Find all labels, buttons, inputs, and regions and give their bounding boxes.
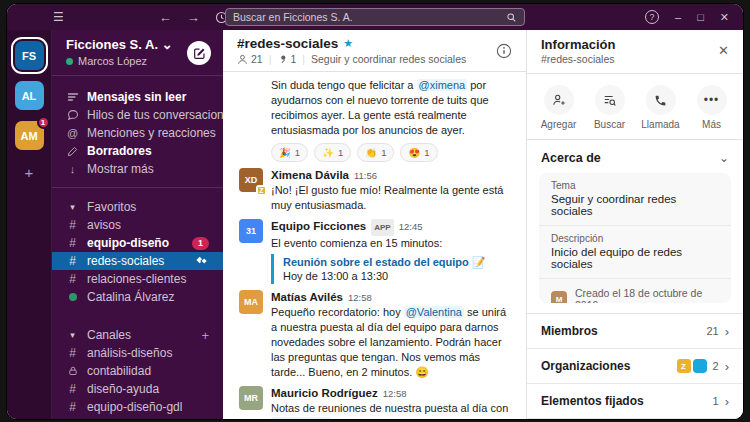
- channels-section-header[interactable]: ▾ Canales +: [52, 326, 223, 344]
- members-row[interactable]: Miembros 21 ›: [527, 314, 743, 349]
- mention[interactable]: @Valentina: [271, 417, 331, 419]
- mention[interactable]: @Valentina: [404, 306, 464, 318]
- panel-subtitle: #redes-sociales: [541, 53, 729, 65]
- message-author[interactable]: Equipo Ficciones: [271, 219, 366, 234]
- star-icon[interactable]: ★: [343, 37, 353, 50]
- reaction-sparkles[interactable]: ✨ 1: [314, 143, 351, 162]
- panel-header: Información #redes-sociales ✕: [527, 30, 743, 74]
- sidebar-item-equipo-diseno[interactable]: # equipo-diseño 1: [52, 234, 223, 252]
- avatar[interactable]: XD Z: [239, 168, 263, 192]
- menu-icon[interactable]: ☰: [53, 10, 64, 24]
- message: Sin duda tengo que felicitar a @ximena p…: [239, 78, 510, 162]
- close-panel-button[interactable]: ✕: [718, 43, 729, 58]
- chevron-right-icon: ›: [725, 359, 729, 374]
- panel-actions: Agregar Buscar Llamada ••• Más: [527, 74, 743, 140]
- favorites-section-header[interactable]: ▾ Favoritos: [52, 198, 223, 216]
- caret-down-icon: ▾: [66, 330, 79, 340]
- message-text: ¡No! ¡El gusto fue mío! Realmente la gen…: [271, 183, 510, 213]
- sidebar-item-unreads[interactable]: Mensajes sin leer: [52, 88, 223, 106]
- sidebar-item-avisos[interactable]: # avisos: [52, 216, 223, 234]
- workspace-switcher-fs[interactable]: FS: [15, 41, 44, 70]
- channel-topic[interactable]: Seguir y coordinar redes sociales: [311, 53, 466, 65]
- message-list: Sin duda tengo que felicitar a @ximena p…: [223, 72, 526, 419]
- message-author[interactable]: Mauricio Rodríguez: [271, 386, 378, 401]
- sidebar-item-threads[interactable]: Hilos de tus conversaciones: [52, 106, 223, 124]
- search-placeholder: Buscar en Ficciones S. A.: [233, 11, 353, 23]
- channel-title[interactable]: #redes-sociales: [237, 36, 338, 51]
- event-link[interactable]: Reunión sobre el estado del equipo 📝: [283, 255, 510, 269]
- add-workspace-button[interactable]: +: [25, 164, 34, 181]
- more-actions-button[interactable]: ••• Más: [686, 85, 737, 130]
- topic-row[interactable]: Tema Seguir y coordinar redes sociales: [539, 173, 731, 226]
- message-author[interactable]: Matías Avilés: [271, 290, 343, 305]
- search-input[interactable]: Buscar en Ficciones S. A.: [225, 8, 525, 26]
- calendar-app-avatar[interactable]: 31: [239, 219, 263, 243]
- workspace-name: Ficciones S. A.: [66, 37, 158, 52]
- threads-bubble-icon: [66, 109, 79, 121]
- hash-icon: #: [66, 382, 79, 396]
- message-pane: #redes-sociales ★ 21 | 1 | Seguir y coor…: [223, 30, 526, 419]
- mention[interactable]: @ximena: [417, 79, 468, 91]
- organizations-count: 2: [713, 360, 719, 372]
- sidebar-item-analisis-disenos[interactable]: # análisis-diseños: [52, 344, 223, 362]
- history-back-button[interactable]: ←: [159, 10, 172, 25]
- sidebar-item-show-more[interactable]: ↓ Mostrar más: [52, 160, 223, 178]
- chevron-down-icon: ⌄: [719, 151, 729, 165]
- message-author[interactable]: Ximena Dávila: [271, 168, 349, 183]
- sidebar-item-redes-sociales[interactable]: # redes-sociales: [52, 252, 223, 270]
- search-channel-button[interactable]: Buscar: [584, 85, 635, 130]
- title-bar: ☰ ← → Buscar en Ficciones S. A. ? – □ ✕: [7, 4, 743, 30]
- add-people-button[interactable]: Agregar: [533, 85, 584, 130]
- reaction-heart-eyes[interactable]: 😍 1: [400, 143, 437, 162]
- at-icon: @: [66, 127, 79, 139]
- hash-icon: #: [66, 236, 79, 250]
- maximize-button[interactable]: □: [697, 11, 704, 23]
- close-button[interactable]: ✕: [720, 11, 729, 24]
- shared-channel-icon: [195, 256, 209, 266]
- sidebar-item-rp-y-medios[interactable]: # rp-y-medios: [52, 416, 223, 419]
- org-badge-blue: [693, 359, 707, 373]
- sidebar-item-contabilidad[interactable]: contabilidad: [52, 362, 223, 380]
- channel-info-button[interactable]: [496, 43, 512, 59]
- minimize-button[interactable]: –: [675, 11, 681, 23]
- call-button[interactable]: Llamada: [635, 85, 686, 130]
- sidebar-item-equipo-diseno-gdl[interactable]: # equipo-diseño-gdl: [52, 398, 223, 416]
- created-text: Creado el 18 de octubre de 2019: [575, 287, 719, 303]
- member-count[interactable]: 21: [237, 53, 263, 65]
- message-time: 12:45: [399, 219, 423, 234]
- sidebar-item-mentions[interactable]: @ Menciones y reacciones: [52, 124, 223, 142]
- avatar[interactable]: MR: [239, 386, 263, 410]
- created-row: M Creado el 18 de octubre de 2019: [539, 279, 731, 303]
- sidebar-item-catalina-alvarez[interactable]: Catalina Álvarez: [52, 288, 223, 306]
- workspace-switcher-al[interactable]: AL: [15, 81, 44, 110]
- help-button[interactable]: ?: [645, 10, 659, 24]
- current-user-name: Marcos López: [78, 55, 147, 67]
- workspace-switcher-am[interactable]: AM 1: [15, 121, 44, 150]
- sidebar-item-diseno-ayuda[interactable]: # diseño-ayuda: [52, 380, 223, 398]
- sidebar: Ficciones S. A. ⌄ Marcos López Mensajes …: [52, 30, 223, 419]
- compose-button[interactable]: [187, 41, 211, 65]
- hash-icon: #: [66, 400, 79, 414]
- pinned-count[interactable]: 1: [277, 53, 296, 65]
- avatar[interactable]: MA: [239, 290, 263, 314]
- presence-icon: [66, 58, 73, 65]
- creator-avatar: M: [551, 291, 567, 303]
- chevron-down-icon: ⌄: [162, 37, 173, 52]
- add-channel-button[interactable]: +: [201, 328, 209, 343]
- pinned-items-row[interactable]: Elementos fijados 1 ›: [527, 384, 743, 419]
- org-badge-icon: Z: [256, 185, 267, 196]
- description-row[interactable]: Descripción Inicio del equipo de redes s…: [539, 226, 731, 279]
- history-forward-button[interactable]: →: [187, 10, 200, 25]
- organizations-row[interactable]: Organizaciones Z 2 ›: [527, 349, 743, 384]
- reaction-clap[interactable]: 👏 1: [357, 143, 394, 162]
- hash-icon: #: [66, 272, 79, 286]
- reaction-tada[interactable]: 🎉 1: [271, 143, 308, 162]
- sidebar-item-relaciones-clientes[interactable]: # relaciones-clientes: [52, 270, 223, 288]
- workspace-header[interactable]: Ficciones S. A. ⌄ Marcos López: [52, 30, 223, 76]
- unread-lines-icon: [66, 91, 79, 103]
- members-icon: [237, 54, 248, 65]
- presence-icon: [66, 293, 79, 301]
- sidebar-item-drafts[interactable]: Borradores: [52, 142, 223, 160]
- about-section-header[interactable]: Acerca de ⌄: [527, 140, 743, 173]
- workspace-rail: FS AL AM 1 +: [7, 30, 52, 419]
